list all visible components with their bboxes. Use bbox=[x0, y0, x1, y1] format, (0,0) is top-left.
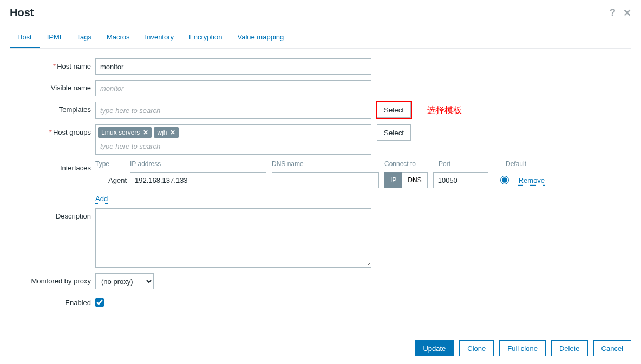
label-host-name: *Host name bbox=[10, 58, 91, 70]
connect-ip-button[interactable]: IP bbox=[384, 172, 402, 188]
col-head-type: Type bbox=[95, 160, 130, 168]
templates-select-button[interactable]: Select bbox=[377, 102, 411, 118]
full-clone-button[interactable]: Full clone bbox=[499, 340, 546, 356]
tab-inventory[interactable]: Inventory bbox=[138, 29, 181, 48]
interfaces-header: Type IP address DNS name Connect to Port… bbox=[95, 160, 545, 168]
col-head-dns: DNS name bbox=[272, 160, 379, 168]
tab-value-mapping[interactable]: Value mapping bbox=[230, 29, 291, 48]
host-groups-multiselect[interactable]: Linux servers✕ wjh✕ bbox=[95, 124, 371, 155]
interface-type-label: Agent bbox=[95, 176, 130, 184]
enabled-checkbox[interactable] bbox=[95, 298, 104, 307]
templates-multiselect[interactable] bbox=[95, 102, 371, 119]
help-icon[interactable]: ? bbox=[610, 7, 616, 19]
interface-remove-link[interactable]: Remove bbox=[519, 176, 545, 184]
delete-button[interactable]: Delete bbox=[551, 340, 588, 356]
label-monitored-by-proxy: Monitored by proxy bbox=[10, 273, 91, 285]
col-head-connect: Connect to bbox=[384, 160, 433, 168]
tab-host[interactable]: Host bbox=[10, 29, 40, 48]
remove-tag-icon[interactable]: ✕ bbox=[170, 129, 175, 136]
interface-row: Agent IP DNS Remove bbox=[95, 169, 545, 188]
visible-name-input[interactable] bbox=[95, 80, 371, 96]
footer-buttons: Update Clone Full clone Delete Cancel bbox=[415, 340, 631, 356]
dialog-header: Host ? ✕ bbox=[10, 6, 631, 19]
host-group-tag: wjh✕ bbox=[154, 127, 179, 138]
templates-search-input[interactable] bbox=[98, 104, 369, 116]
label-host-groups: *Host groups bbox=[10, 124, 91, 136]
col-head-port: Port bbox=[439, 160, 494, 168]
update-button[interactable]: Update bbox=[415, 340, 454, 356]
label-enabled: Enabled bbox=[10, 295, 91, 307]
host-name-input[interactable] bbox=[95, 58, 371, 75]
label-visible-name: Visible name bbox=[10, 80, 91, 92]
host-group-tag: Linux servers✕ bbox=[98, 127, 152, 138]
tab-macros[interactable]: Macros bbox=[99, 29, 138, 48]
tab-encryption[interactable]: Encryption bbox=[181, 29, 230, 48]
connect-dns-button[interactable]: DNS bbox=[402, 172, 427, 188]
tab-tags[interactable]: Tags bbox=[69, 29, 99, 48]
interface-default-radio[interactable] bbox=[500, 176, 509, 184]
page-title: Host bbox=[10, 6, 34, 19]
label-templates: Templates bbox=[10, 102, 91, 114]
remove-tag-icon[interactable]: ✕ bbox=[143, 129, 148, 136]
interface-ip-input[interactable] bbox=[130, 172, 266, 188]
host-groups-search-input[interactable] bbox=[98, 140, 369, 152]
host-form: *Host name Visible name Templates Select… bbox=[10, 58, 631, 307]
interface-port-input[interactable] bbox=[433, 172, 488, 188]
interface-dns-input[interactable] bbox=[272, 172, 379, 188]
close-icon[interactable]: ✕ bbox=[623, 7, 631, 19]
connect-to-toggle: IP DNS bbox=[384, 172, 428, 188]
host-groups-select-button[interactable]: Select bbox=[377, 124, 411, 141]
annotation-select-template: 选择模板 bbox=[427, 105, 462, 116]
tab-bar: Host IPMI Tags Macros Inventory Encrypti… bbox=[10, 29, 631, 49]
cancel-button[interactable]: Cancel bbox=[593, 340, 631, 356]
col-head-default: Default bbox=[506, 160, 526, 168]
label-interfaces: Interfaces bbox=[10, 160, 91, 172]
col-head-ip: IP address bbox=[130, 160, 266, 168]
interface-add-link[interactable]: Add bbox=[95, 195, 545, 203]
description-textarea[interactable] bbox=[95, 208, 371, 268]
clone-button[interactable]: Clone bbox=[459, 340, 494, 356]
proxy-select[interactable]: (no proxy) bbox=[95, 273, 154, 289]
tab-ipmi[interactable]: IPMI bbox=[40, 29, 69, 48]
label-description: Description bbox=[10, 208, 91, 220]
